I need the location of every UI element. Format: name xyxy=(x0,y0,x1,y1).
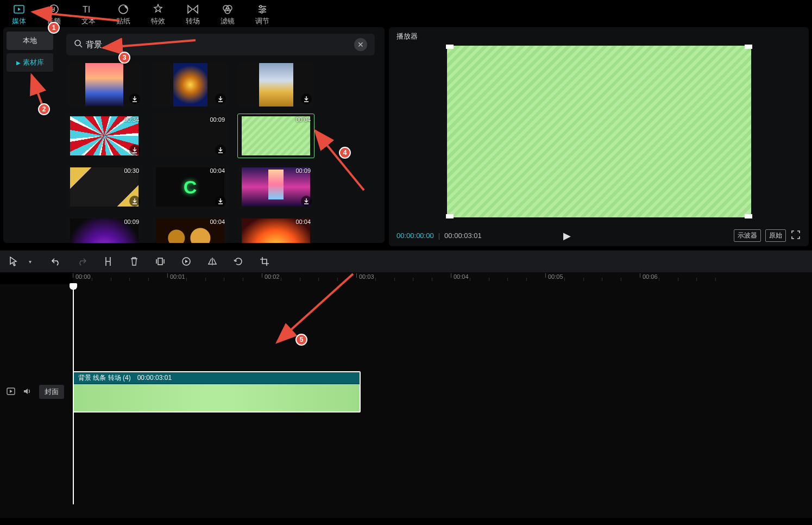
tab-adjust[interactable]: 调节 xyxy=(255,2,269,27)
fullscreen-icon[interactable] xyxy=(790,230,801,241)
ruler-tick xyxy=(489,278,489,281)
ruler-tick xyxy=(715,278,716,281)
asset-thumbnail[interactable]: 00:09 xyxy=(152,114,228,158)
thumbnail-duration: 00:30 xyxy=(124,167,139,174)
download-icon[interactable] xyxy=(215,196,226,207)
ruler-tick xyxy=(678,278,678,281)
delete-tool[interactable] xyxy=(128,255,140,267)
timeline-tracks[interactable]: 封面 背景 线条 转场 (4) 00:00:03:01 xyxy=(0,284,812,518)
timeline-clip[interactable]: 背景 线条 转场 (4) 00:00:03:01 xyxy=(73,371,361,412)
ruler-tick xyxy=(224,278,224,281)
download-icon[interactable] xyxy=(301,196,312,207)
svg-rect-11 xyxy=(158,258,162,265)
text-icon: TI xyxy=(83,3,95,15)
asset-thumbnail[interactable]: 00:04 xyxy=(152,216,228,243)
thumbnail-duration: 00:04 xyxy=(210,167,225,174)
resize-handle-br[interactable] xyxy=(745,214,752,218)
ruler-tick xyxy=(92,278,92,281)
ruler-mark: 00:04 xyxy=(451,273,469,278)
thumbnail-art xyxy=(173,63,207,107)
tab-media[interactable]: 媒体 xyxy=(12,2,26,27)
ruler-tick xyxy=(526,278,527,281)
asset-grid: 00:3400:0900:0400:30C00:0400:0900:0900:0… xyxy=(66,63,375,243)
timeline-area: ▾ 00:0000:0100:0200:0300:0400:0500:06 封面… xyxy=(0,251,812,518)
sidebar-item-library[interactable]: ▶素材库 xyxy=(7,53,53,72)
tab-audio[interactable]: 音频 xyxy=(47,2,61,27)
download-icon[interactable] xyxy=(215,93,226,104)
ruler-tick xyxy=(394,278,395,281)
mirror-tool[interactable] xyxy=(206,255,218,267)
rotate-tool[interactable] xyxy=(232,255,244,267)
download-icon[interactable] xyxy=(129,145,140,155)
ruler-tick xyxy=(470,278,470,281)
ruler-tick xyxy=(507,278,508,281)
tab-text[interactable]: TI 文本 xyxy=(81,2,96,27)
download-icon[interactable] xyxy=(215,145,226,155)
original-button[interactable]: 原始 xyxy=(765,229,786,242)
timeline-ruler[interactable]: 00:0000:0100:0200:0300:0400:0500:06 xyxy=(73,272,812,284)
split-tool[interactable] xyxy=(102,255,114,267)
audio-icon xyxy=(48,3,60,15)
play-button[interactable]: ▶ xyxy=(563,230,571,242)
asset-thumbnail[interactable] xyxy=(66,63,142,107)
thumbnail-duration: 00:04 xyxy=(295,116,311,123)
tab-label: 媒体 xyxy=(12,16,26,26)
asset-thumbnail[interactable]: 00:04 xyxy=(238,114,314,158)
ruler-tick xyxy=(318,278,319,281)
asset-thumbnail[interactable]: C00:04 xyxy=(152,165,228,209)
asset-thumbnail[interactable]: 00:34 xyxy=(66,114,142,158)
resize-handle-tr[interactable] xyxy=(745,45,752,49)
ruler-mark: 00:00 xyxy=(73,273,91,278)
crop-tool[interactable] xyxy=(259,255,270,267)
ruler-mark: 00:05 xyxy=(545,273,563,278)
clear-search-button[interactable]: ✕ xyxy=(354,38,367,51)
ruler-mark: 00:03 xyxy=(356,273,374,278)
tab-filter[interactable]: 滤镜 xyxy=(221,2,235,27)
frame-tool[interactable] xyxy=(154,255,166,267)
cover-button[interactable]: 封面 xyxy=(39,385,64,399)
undo-button[interactable] xyxy=(50,255,62,267)
asset-thumbnail[interactable]: 00:04 xyxy=(238,216,314,243)
asset-thumbnail[interactable] xyxy=(238,63,314,107)
asset-thumbnail[interactable] xyxy=(152,63,228,107)
preview-canvas[interactable] xyxy=(447,46,751,217)
svg-point-3 xyxy=(119,5,128,14)
download-icon[interactable] xyxy=(129,93,140,104)
player-panel: 播放器 00:00:00:00 | 00:00:03:01 ▶ 示波器 原始 xyxy=(389,27,809,246)
download-icon[interactable] xyxy=(301,93,312,104)
tab-effects[interactable]: 特效 xyxy=(151,2,165,27)
redo-button[interactable] xyxy=(76,255,88,267)
thumbnail-duration: 00:34 xyxy=(124,116,139,123)
ruler-mark: 00:06 xyxy=(640,273,658,278)
asset-thumbnail[interactable]: 00:09 xyxy=(66,216,142,243)
thumbnail-duration: 00:09 xyxy=(295,167,311,174)
resize-handle-bl[interactable] xyxy=(446,214,454,218)
player-viewport[interactable] xyxy=(447,46,751,217)
track-mute-icon[interactable] xyxy=(23,388,32,397)
search-icon xyxy=(74,39,83,50)
filter-icon xyxy=(222,3,234,15)
speed-tool[interactable] xyxy=(180,255,192,267)
tab-sticker[interactable]: 贴纸 xyxy=(116,2,130,27)
track-toggle-video-icon[interactable] xyxy=(7,388,15,397)
timecode-current: 00:00:00:00 xyxy=(396,232,434,240)
tool-dropdown-icon[interactable]: ▾ xyxy=(24,255,36,267)
tab-label: 特效 xyxy=(151,16,165,26)
ruler-mark: 00:01 xyxy=(167,273,185,278)
select-tool[interactable] xyxy=(8,255,20,267)
waveform-button[interactable]: 示波器 xyxy=(734,229,761,242)
resize-handle-tl[interactable] xyxy=(446,45,454,49)
ruler-tick xyxy=(432,278,432,281)
thumbnail-duration: 00:09 xyxy=(210,116,225,123)
ruler-tick xyxy=(111,278,111,281)
asset-thumbnail[interactable]: 00:30 xyxy=(66,165,142,209)
asset-thumbnail[interactable]: 00:09 xyxy=(238,165,314,209)
top-tab-bar: 媒体 音频 TI 文本 贴纸 特效 转场 滤镜 调节 xyxy=(0,0,812,27)
ruler-tick xyxy=(659,278,659,281)
ruler-tick xyxy=(602,278,602,281)
search-input[interactable] xyxy=(83,40,354,49)
download-icon[interactable] xyxy=(129,196,140,207)
tab-transition[interactable]: 转场 xyxy=(186,2,200,27)
sidebar-item-local[interactable]: 本地 xyxy=(7,32,53,50)
tab-label: 转场 xyxy=(186,16,200,26)
